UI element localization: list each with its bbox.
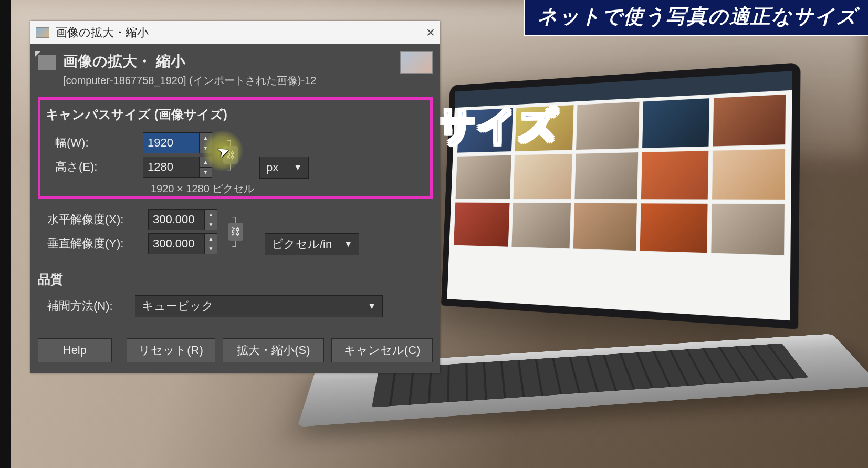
- yres-label: 垂直解像度(Y):: [38, 236, 148, 252]
- yres-spin-up-icon[interactable]: ▲: [205, 234, 217, 244]
- yres-input[interactable]: [148, 233, 205, 254]
- height-spin-down-icon[interactable]: ▼: [200, 168, 212, 178]
- size-unit-select[interactable]: px ▼: [259, 157, 309, 179]
- height-spin-up-icon[interactable]: ▲: [200, 157, 212, 168]
- width-spin-down-icon[interactable]: ▼: [200, 143, 212, 153]
- xres-spin-up-icon[interactable]: ▲: [205, 210, 217, 220]
- resolution-unit-value: ピクセル/in: [271, 236, 332, 252]
- width-spin-up-icon[interactable]: ▲: [200, 133, 212, 143]
- dialog-subtitle: [computer-1867758_1920] (インポートされた画像)-12: [63, 74, 316, 88]
- bracket-bottom-icon: ┘: [227, 165, 234, 174]
- quality-section-label: 品質: [38, 271, 433, 288]
- scale-image-dialog: 画像の拡大・縮小 × 画像の拡大・ 縮小 [computer-1867758_1…: [30, 21, 440, 373]
- xres-spinbox[interactable]: ▲ ▼: [148, 209, 217, 230]
- window-icon: [36, 27, 49, 38]
- height-input[interactable]: [143, 157, 200, 178]
- chevron-down-icon: ▼: [294, 163, 302, 172]
- canvas-size-label: キャンパスサイズ (画像サイズ): [46, 106, 425, 123]
- canvas-size-highlight: キャンパスサイズ (画像サイズ) 幅(W): ▲ ▼: [38, 97, 433, 199]
- reset-button[interactable]: リセット(R): [127, 338, 216, 362]
- chain-link-icon[interactable]: ⛓: [223, 146, 238, 164]
- width-spinbox[interactable]: ▲ ▼: [143, 132, 212, 153]
- preview-thumbnail: [400, 51, 433, 74]
- reset-button-label: リセット(R): [139, 342, 203, 358]
- chevron-down-icon: ▼: [344, 240, 352, 249]
- width-input[interactable]: [143, 132, 200, 153]
- chevron-down-icon: ▼: [368, 301, 376, 311]
- scale-icon: [38, 55, 56, 70]
- scale-button[interactable]: 拡大・縮小(S): [223, 338, 324, 362]
- bracket-bottom-icon: ┘: [233, 242, 239, 251]
- scale-button-label: 拡大・縮小(S): [237, 342, 310, 358]
- yres-spinbox[interactable]: ▲ ▼: [148, 233, 217, 254]
- cancel-button[interactable]: キャンセル(C): [331, 338, 433, 362]
- size-unit-value: px: [266, 161, 278, 174]
- cancel-button-label: キャンセル(C): [344, 342, 421, 358]
- xres-label: 水平解像度(X):: [38, 212, 148, 227]
- xres-input[interactable]: [148, 209, 205, 230]
- titlebar[interactable]: 画像の拡大・縮小 ×: [30, 21, 440, 44]
- window-title: 画像の拡大・縮小: [56, 25, 149, 40]
- xres-spin-down-icon[interactable]: ▼: [205, 220, 217, 230]
- width-label: 幅(W):: [46, 135, 143, 151]
- resolution-unit-select[interactable]: ピクセル/in ▼: [265, 233, 359, 255]
- bracket-top-icon: ┐: [233, 212, 239, 222]
- dialog-title: 画像の拡大・ 縮小: [63, 51, 316, 71]
- dimension-info: 1920 × 1280 ピクセル: [46, 182, 425, 196]
- banner-text: ネットで使う写真の適正なサイズ: [537, 5, 857, 27]
- interpolation-label: 補間方法(N):: [38, 298, 135, 314]
- chain-link-icon[interactable]: ⛓: [228, 223, 243, 241]
- interpolation-value: キュービック: [142, 298, 214, 314]
- yres-spin-down-icon[interactable]: ▼: [205, 244, 217, 254]
- height-label: 高さ(E):: [46, 159, 143, 175]
- video-title-banner: ネットで使う写真の適正なサイズ: [524, 0, 868, 36]
- height-spinbox[interactable]: ▲ ▼: [143, 157, 212, 178]
- help-button-label: Help: [63, 344, 87, 357]
- interpolation-select[interactable]: キュービック ▼: [135, 295, 383, 317]
- close-icon[interactable]: ×: [426, 24, 435, 41]
- help-button[interactable]: Help: [38, 338, 112, 362]
- left-border: [0, 0, 11, 468]
- bracket-top-icon: ┐: [227, 136, 234, 145]
